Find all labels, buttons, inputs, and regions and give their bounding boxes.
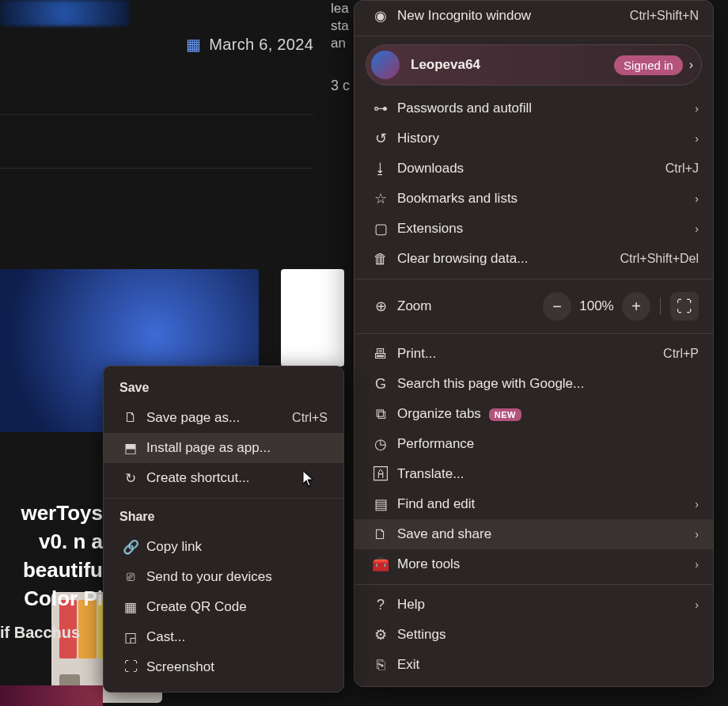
chevron-right-icon: › [695, 102, 699, 115]
menu-item[interactable]: ▤Find and edit› [355, 489, 713, 519]
signed-in-badge: Signed in [614, 55, 683, 75]
chevron-right-icon: › [695, 222, 699, 235]
menu-item[interactable]: ?Help› [355, 590, 713, 620]
zoom-level: 100% [579, 298, 614, 314]
submenu-heading-share: Share [104, 503, 343, 532]
article-stripe [0, 685, 103, 706]
menu-item[interactable]: 🄰Translate... [355, 459, 713, 489]
menu-item-shortcut: Ctrl+Shift+Del [620, 252, 699, 266]
menu-item[interactable]: ⊶Passwords and autofill› [355, 93, 713, 123]
history-icon: ↺ [369, 130, 392, 147]
submenu-item[interactable]: ▦Create QR Code [104, 592, 343, 622]
divider [0, 114, 313, 115]
submenu-item-label: Create shortcut... [142, 470, 328, 486]
submenu-item[interactable]: ⎚Send to your devices [104, 562, 343, 592]
submenu-item-label: Create QR Code [142, 599, 328, 615]
article-card-doc [281, 269, 344, 366]
submenu-item[interactable]: 🔗Copy link [104, 532, 343, 562]
menu-item[interactable]: ⚙Settings [355, 620, 713, 650]
mouse-cursor [303, 471, 314, 487]
comment-count-snippet: 3 c [331, 78, 350, 94]
zoom-label: Zoom [392, 298, 543, 314]
find-icon: ▤ [369, 495, 392, 513]
menu-separator [355, 36, 713, 36]
article-thumb [0, 0, 129, 26]
shortcut-icon: ↻ [119, 470, 142, 487]
menu-item[interactable]: ⭳DownloadsCtrl+J [355, 154, 713, 184]
menu-item-label: Extensions [392, 221, 687, 237]
submenu-item-label: Install page as app... [142, 440, 328, 456]
menu-separator [355, 279, 713, 279]
submenu-item-label: Copy link [142, 539, 328, 555]
menu-item-label: Downloads [392, 161, 665, 176]
save-icon: 🗋 [369, 526, 392, 543]
fullscreen-button[interactable]: ⛶ [670, 292, 699, 321]
menu-item[interactable]: 🧰More tools› [355, 549, 713, 579]
speedo-icon: ◷ [369, 435, 392, 453]
avatar [371, 51, 400, 79]
divider [0, 168, 313, 169]
cast-icon: ◲ [119, 629, 142, 646]
menu-item-label: Passwords and autofill [392, 101, 687, 116]
menu-item[interactable]: ▢Extensions› [355, 214, 713, 244]
submenu-item-label: Send to your devices [142, 569, 328, 585]
page-icon: 🗋 [119, 410, 142, 426]
menu-item-label: Print... [392, 346, 663, 362]
submenu-item[interactable]: 🗋Save page as...Ctrl+S [104, 403, 343, 433]
zoom-icon: ⊕ [369, 298, 392, 315]
submenu-item[interactable]: ⛶Screenshot [104, 652, 343, 682]
menu-item-label: Bookmarks and lists [392, 191, 687, 207]
menu-item-label: Help [392, 597, 687, 613]
print-icon: 🖶 [369, 346, 392, 362]
menu-item-label: Exit [392, 657, 699, 673]
submenu-item-label: Save page as... [142, 410, 292, 426]
submenu-item[interactable]: ◲Cast... [104, 622, 343, 652]
translate-icon: 🄰 [369, 466, 392, 483]
trash-icon: 🗑 [369, 251, 392, 268]
menu-separator [104, 498, 343, 499]
link-icon: 🔗 [119, 539, 142, 556]
profile-row[interactable]: Leopeva64 Signed in › [366, 44, 702, 85]
zoom-in-button[interactable]: + [622, 292, 650, 321]
devices-icon: ⎚ [119, 569, 142, 585]
star-icon: ☆ [369, 190, 392, 207]
calendar-icon: ▦ [186, 35, 201, 54]
article-date: ▦ March 6, 2024 [186, 35, 313, 54]
exit-icon: ⎘ [369, 657, 392, 674]
menu-new-incognito[interactable]: ◉ New Incognito window Ctrl+Shift+N [355, 1, 713, 31]
menu-item-label: Clear browsing data... [392, 251, 620, 267]
menu-item-label: Find and edit [392, 496, 687, 512]
menu-item[interactable]: 🗑Clear browsing data...Ctrl+Shift+Del [355, 244, 713, 274]
incognito-icon: ◉ [369, 7, 392, 25]
menu-item[interactable]: ⎘Exit [355, 650, 713, 680]
menu-item-label: More tools [392, 556, 687, 572]
tools-icon: 🧰 [369, 556, 392, 573]
menu-item[interactable]: 🗋Save and share› [355, 519, 713, 549]
chevron-right-icon: › [689, 58, 693, 72]
menu-item[interactable]: ☆Bookmarks and lists› [355, 184, 713, 214]
menu-item[interactable]: ⧉Organize tabsNEW [355, 399, 713, 429]
submenu-item[interactable]: ⬒Install page as app... [104, 433, 343, 463]
chevron-right-icon: › [695, 498, 699, 511]
menu-item[interactable]: 🖶Print...Ctrl+P [355, 339, 713, 369]
menu-separator [355, 584, 713, 585]
menu-separator [355, 333, 713, 334]
submenu-item-shortcut: Ctrl+S [292, 411, 328, 425]
submenu-item-label: Screenshot [142, 659, 328, 675]
menu-item-label: Translate... [392, 466, 699, 482]
menu-item[interactable]: ↺History› [355, 123, 713, 154]
key-icon: ⊶ [369, 100, 392, 117]
zoom-out-button[interactable]: − [543, 292, 571, 321]
chevron-right-icon: › [695, 132, 699, 145]
chrome-main-menu: ◉ New Incognito window Ctrl+Shift+N Leop… [354, 0, 714, 687]
new-badge: NEW [489, 408, 521, 421]
menu-zoom: ⊕ Zoom − 100% + ⛶ [355, 284, 713, 328]
menu-item[interactable]: ◷Performance [355, 429, 713, 459]
tabs-icon: ⧉ [369, 406, 392, 423]
menu-item-label: Performance [392, 436, 699, 452]
menu-item[interactable]: GSearch this page with Google... [355, 369, 713, 399]
menu-item-label: History [392, 131, 687, 146]
chevron-right-icon: › [695, 192, 699, 205]
install-icon: ⬒ [119, 440, 142, 457]
chevron-right-icon: › [695, 528, 699, 541]
